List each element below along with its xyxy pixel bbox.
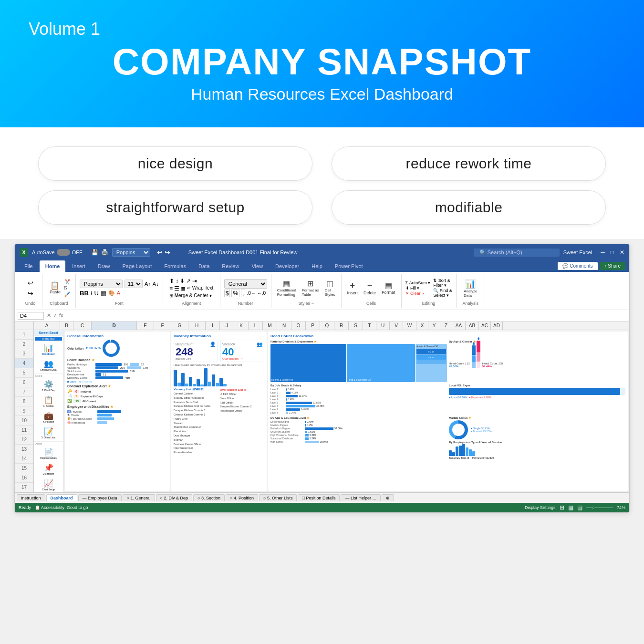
col-header-E[interactable]: E: [137, 322, 154, 330]
sheet-tab-instruction[interactable]: Instruction: [17, 494, 45, 501]
sidebar-item-other-lists[interactable]: 📝 5. Other Lists: [34, 425, 63, 441]
col-header-C[interactable]: C: [73, 322, 92, 330]
col-header-AC[interactable]: AC: [479, 322, 491, 330]
title-font-select[interactable]: Poppins: [112, 248, 150, 257]
format-as-table-button[interactable]: ⊞ Format asTable: [300, 278, 321, 298]
col-header-L[interactable]: L: [249, 322, 263, 330]
col-header-AA[interactable]: AA: [452, 322, 466, 330]
copy-button[interactable]: ⎘: [64, 285, 70, 291]
insert-cells-button[interactable]: + Insert: [345, 280, 360, 296]
sidebar-item-dashboard[interactable]: 📊 Dashboard: [34, 342, 63, 357]
zoom-slider[interactable]: ──○──────: [586, 505, 613, 510]
cut-button[interactable]: ✂️: [64, 279, 70, 284]
font-color-button[interactable]: A: [117, 290, 120, 296]
percent-button[interactable]: %: [231, 290, 239, 297]
tab-developer[interactable]: Developer: [270, 260, 305, 272]
normal-view-button[interactable]: ⊞: [560, 504, 564, 511]
col-header-Z[interactable]: Z: [440, 322, 452, 330]
col-header-P[interactable]: P: [306, 322, 320, 330]
row-10[interactable]: 10: [15, 416, 33, 426]
col-header-N[interactable]: N: [277, 322, 291, 330]
increase-font-button[interactable]: A↑: [145, 281, 151, 287]
col-header-Q[interactable]: Q: [320, 322, 334, 330]
sheet-tab-general[interactable]: ○ 1. General: [123, 494, 155, 501]
row-2[interactable]: 2: [15, 340, 33, 349]
format-cells-button[interactable]: ▤ Format: [380, 280, 397, 296]
text-direction-button[interactable]: ↗: [186, 278, 191, 284]
col-header-O[interactable]: O: [291, 322, 306, 330]
col-header-D[interactable]: D: [92, 322, 137, 330]
autosave-toggle[interactable]: [57, 249, 70, 256]
col-header-B[interactable]: B: [60, 322, 73, 330]
underline-button[interactable]: U: [94, 290, 98, 297]
bold-button[interactable]: B: [80, 290, 89, 297]
col-header-M[interactable]: M: [263, 322, 277, 330]
tab-file[interactable]: File: [19, 260, 39, 272]
sidebar-item-position[interactable]: 💼 4. Position: [34, 409, 63, 425]
autosum-button[interactable]: Σ AutoSum ▾: [405, 280, 431, 285]
row-8[interactable]: 8: [15, 397, 33, 406]
col-header-W[interactable]: W: [403, 322, 416, 330]
col-header-A[interactable]: A: [34, 322, 60, 330]
align-middle-button[interactable]: ↕: [176, 278, 178, 284]
align-center-button[interactable]: ☰: [174, 285, 179, 292]
clear-button[interactable]: ✕ Clear ~: [405, 291, 431, 296]
comma-button[interactable]: ,: [241, 290, 245, 297]
sheet-tab-div-dep[interactable]: ○ 2. Div & Dep: [156, 494, 192, 501]
cell-reference-box[interactable]: [18, 312, 44, 320]
redo-button[interactable]: [28, 289, 33, 298]
paste-button[interactable]: Paste: [48, 281, 62, 295]
redo-icon[interactable]: [165, 249, 170, 256]
row-12[interactable]: 12: [15, 435, 33, 445]
sheet-tab-position-details[interactable]: □ Position Details: [298, 494, 340, 501]
page-layout-button[interactable]: ▦: [568, 504, 573, 511]
col-header-AD[interactable]: AD: [491, 322, 503, 330]
comments-button[interactable]: 💬 Comments: [558, 262, 597, 270]
sheet-tab-employee-data[interactable]: — Employee Data: [78, 494, 122, 501]
decrease-decimal-button[interactable]: ←.0: [257, 291, 266, 296]
row-15[interactable]: 15: [15, 464, 33, 473]
row-11[interactable]: 11: [15, 426, 33, 435]
italic-button[interactable]: I: [91, 290, 93, 297]
sort-filter-button[interactable]: ⇅ Sort &Filter ▾: [433, 278, 452, 288]
sheet-tab-section[interactable]: ○ 3. Section: [193, 494, 225, 501]
row-14[interactable]: 14: [15, 454, 33, 464]
sheet-tab-other-lists[interactable]: ○ 5. Other Lists: [259, 494, 297, 501]
cancel-formula-icon[interactable]: ✕: [47, 312, 51, 319]
col-header-R[interactable]: R: [334, 322, 349, 330]
align-top-button[interactable]: ⬆: [169, 278, 174, 284]
col-header-T[interactable]: T: [363, 322, 376, 330]
undo-icon[interactable]: [157, 249, 163, 256]
col-header-G[interactable]: G: [171, 322, 188, 330]
minimize-button[interactable]: ─: [601, 249, 605, 256]
tab-help[interactable]: Help: [306, 260, 328, 272]
col-header-F[interactable]: F: [154, 322, 171, 330]
sidebar-item-chart-setup[interactable]: 📈 Chart Setup: [34, 477, 63, 492]
share-button[interactable]: ↑ Share: [600, 262, 625, 270]
row-16[interactable]: 16: [15, 473, 33, 483]
tab-review[interactable]: Review: [216, 260, 245, 272]
row-9[interactable]: 9: [15, 406, 33, 416]
fill-color-button[interactable]: 🎨: [108, 290, 115, 296]
sidebar-item-setting[interactable]: ⚙️ 2. Div & Dep: [34, 378, 63, 394]
accounting-button[interactable]: $: [224, 290, 230, 297]
col-header-I[interactable]: I: [206, 322, 220, 330]
row-6[interactable]: 6: [15, 378, 33, 387]
col-header-K[interactable]: K: [234, 322, 249, 330]
row-17[interactable]: 17: [15, 483, 33, 492]
border-button[interactable]: ▦: [101, 290, 106, 297]
row-4[interactable]: 4: [15, 359, 33, 368]
save-icon[interactable]: 💾: [91, 249, 98, 256]
merge-center-button[interactable]: ⊞ Merge & Center ▾: [169, 293, 212, 298]
row-1[interactable]: 1: [15, 330, 33, 340]
delete-cells-button[interactable]: − Delete: [362, 280, 378, 296]
sidebar-item-position-details[interactable]: 📄 Position Details: [34, 446, 63, 461]
sheet-tab-dashboard[interactable]: Dashboard: [46, 494, 77, 501]
analyze-data-button[interactable]: 📊 AnalyzeData: [462, 278, 479, 299]
page-break-button[interactable]: ▤: [577, 504, 582, 511]
align-bottom-button[interactable]: ⬇: [180, 278, 185, 284]
cell-styles-button[interactable]: ◫ CellStyles: [323, 278, 337, 298]
tab-formulas[interactable]: Formulas: [158, 260, 192, 272]
col-header-V[interactable]: V: [390, 322, 403, 330]
sidebar-item-employee-data[interactable]: 👥 Employee Data: [34, 357, 63, 373]
